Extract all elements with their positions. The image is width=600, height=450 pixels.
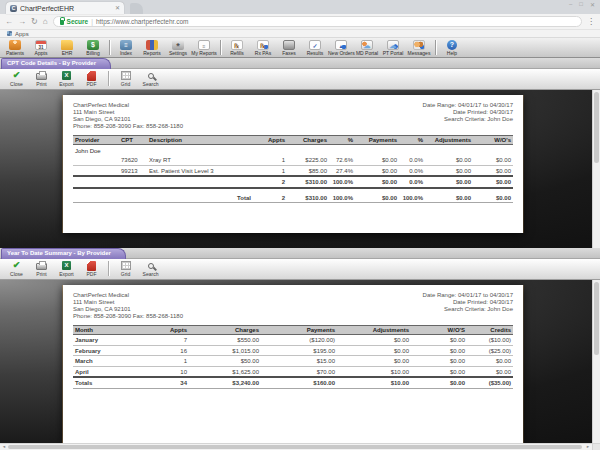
panel2-vertical-scrollbar[interactable] — [592, 280, 600, 443]
search-button[interactable]: Search — [138, 70, 163, 87]
table-row: 99213 Est. Patient Visit Level 3 1 $85.0… — [73, 165, 513, 176]
pdf-icon — [87, 71, 96, 81]
cpt-details-report-page: ChartPerfect Medical 111 Main Street San… — [63, 95, 523, 233]
pdf-button[interactable]: PDF — [79, 260, 104, 277]
grid-button[interactable]: Grid — [113, 260, 138, 277]
report-meta-block: Date Range: 04/01/17 to 04/30/17 Date Pr… — [423, 292, 513, 320]
grand-total-row: Total 2 $310.00 100.0% $0.00 100.0% $0.0… — [73, 193, 513, 203]
export-button[interactable]: X Export — [54, 70, 79, 87]
url-bar[interactable]: Secure | https://www.chartperfectehr.com — [53, 16, 582, 27]
table-row: April 10 $1,625.00 $70.00 $10.00 $0.00 $… — [73, 366, 513, 377]
tab-close-icon[interactable]: ✕ — [115, 5, 120, 11]
scroll-left-icon[interactable]: ◄ — [0, 444, 8, 450]
bookmarks-bar: Apps — [0, 30, 600, 38]
toolbar-item-settings[interactable]: * Settings — [165, 39, 191, 56]
toolbar-item-new-orders[interactable]: ▲ New Orders — [328, 39, 354, 56]
browser-menu-icon[interactable]: ⋮ — [587, 17, 595, 26]
new-tab-button[interactable] — [130, 3, 143, 14]
settings-gear-icon: * — [172, 40, 184, 50]
close-check-icon: ✔ — [13, 261, 21, 270]
toolbar-item-patients[interactable]: Patients — [2, 39, 28, 56]
back-icon[interactable]: ← — [5, 18, 13, 26]
grid-icon — [121, 71, 131, 80]
search-criteria: Search Criteria: John Doe — [423, 306, 513, 313]
toolbar-item-results[interactable]: ✓ Results — [302, 39, 328, 56]
home-icon[interactable]: ⌂ — [43, 18, 48, 26]
scrollbar-thumb[interactable] — [594, 92, 599, 163]
lock-icon — [60, 20, 64, 25]
toolbar-item-faxes[interactable]: Faxes — [276, 39, 302, 56]
totals-row: Totals 34 $3,240.00 $160.00 $10.00 $0.00… — [73, 377, 513, 388]
scrollbar-thumb[interactable] — [594, 282, 599, 355]
panel2-title-strip: Year To Date Summary - By Provider — [0, 248, 600, 259]
print-button[interactable]: Print — [29, 70, 54, 87]
browser-tab-strip: C ChartPerfectEHR ✕ – □ ✕ — [0, 0, 600, 14]
panel2-report-viewport: ChartPerfect Medical 111 Main Street San… — [0, 280, 600, 443]
pdf-button[interactable]: PDF — [79, 70, 104, 87]
provider-group-row: John Doe — [73, 145, 513, 156]
table-row: February 16 $1,015.00 $195.00 $0.00 $0.0… — [73, 345, 513, 356]
panel1-title-tab[interactable]: CPT Code Details - By Provider — [1, 58, 111, 69]
md-portal-cloud-icon: ☁ — [361, 40, 373, 50]
toolbar-item-refills[interactable]: ℞ Refills — [224, 39, 250, 56]
faxes-icon — [283, 40, 295, 50]
pt-portal-cloud-icon: ☁ — [387, 40, 399, 50]
toolbar-item-md-portal[interactable]: ☁ MD Portal — [354, 39, 380, 56]
horizontal-scrollbar[interactable]: ◄ ► — [0, 443, 600, 450]
print-button[interactable]: Print — [29, 260, 54, 277]
toolbar-item-my-reports[interactable]: ≡ My Reports — [191, 39, 217, 56]
grid-icon — [121, 261, 131, 270]
close-check-icon: ✔ — [13, 71, 21, 80]
pdf-icon — [87, 261, 96, 271]
close-button[interactable]: ✔ Close — [4, 70, 29, 87]
secure-label: Secure — [67, 18, 89, 25]
scrollbar-thumb[interactable] — [8, 445, 582, 449]
table-header-row: Month Appts Charges Payments Adjustments… — [73, 326, 513, 335]
scrollbar-corner — [592, 444, 600, 450]
messages-icon — [413, 40, 425, 50]
toolbar-item-pt-portal[interactable]: ☁ PT Portal — [380, 39, 406, 56]
reports-chart-icon — [146, 40, 158, 50]
toolbar-item-rx-pas[interactable]: ℞ Rx PAs — [250, 39, 276, 56]
clinic-name: ChartPerfect Medical — [73, 292, 183, 299]
toolbar-item-billing[interactable]: $ Billing — [80, 39, 106, 56]
grid-button[interactable]: Grid — [113, 70, 138, 87]
table-row: January 7 $550.00 ($120.00) $0.00 $0.00 … — [73, 335, 513, 346]
panel1-report-viewport: ChartPerfect Medical 111 Main Street San… — [0, 90, 600, 248]
new-orders-icon: ▲ — [335, 40, 347, 50]
search-button[interactable]: Search — [138, 260, 163, 277]
my-reports-icon: ≡ — [198, 40, 210, 50]
toolbar-item-reports[interactable]: Reports — [139, 39, 165, 56]
toolbar-item-help[interactable]: ? Help — [439, 39, 465, 56]
date-printed: Date Printed: 04/30/17 — [423, 299, 513, 306]
browser-tab[interactable]: C ChartPerfectEHR ✕ — [6, 2, 124, 14]
toolbar-item-index[interactable]: ≡ Index — [113, 39, 139, 56]
url-separator: | — [91, 18, 93, 25]
billing-icon: $ — [87, 40, 99, 50]
export-button[interactable]: X Export — [54, 260, 79, 277]
forward-icon[interactable]: → — [18, 18, 26, 26]
window-close-icon[interactable]: ✕ — [590, 1, 595, 8]
toolbar-item-messages[interactable]: Messages — [406, 39, 432, 56]
excel-export-icon: X — [62, 71, 71, 80]
excel-export-icon: X — [62, 261, 71, 270]
toolbar-separator — [220, 40, 221, 55]
provider-subtotal-row: 2 $310.00 100.0% $0.00 0.0% $0.00 $0.00 — [73, 176, 513, 188]
panel2-title-tab[interactable]: Year To Date Summary - By Provider — [1, 248, 126, 259]
toolbar-item-ehr[interactable]: EHR — [54, 39, 80, 56]
close-button[interactable]: ✔ Close — [4, 260, 29, 277]
clinic-phone-fax: Phone: 858-208-3090 Fax: 858-268-1180 — [73, 123, 183, 130]
clinic-name: ChartPerfect Medical — [73, 102, 183, 109]
maximize-icon[interactable]: □ — [579, 1, 583, 8]
tab-title: ChartPerfectEHR — [20, 5, 112, 12]
ytd-summary-table: Month Appts Charges Payments Adjustments… — [73, 325, 513, 389]
scroll-right-icon[interactable]: ► — [584, 444, 592, 450]
totals-label: Totals — [73, 377, 133, 388]
toolbar-item-appts[interactable]: 31 Appts — [28, 39, 54, 56]
minimize-icon[interactable]: – — [569, 1, 572, 8]
reload-icon[interactable]: ↻ — [31, 18, 38, 26]
apps-bookmark[interactable]: Apps — [15, 31, 29, 37]
browser-nav-bar: ← → ↻ ⌂ Secure | https://www.chartperfec… — [0, 14, 600, 30]
panel1-vertical-scrollbar[interactable] — [592, 90, 600, 248]
printer-icon — [36, 263, 47, 270]
